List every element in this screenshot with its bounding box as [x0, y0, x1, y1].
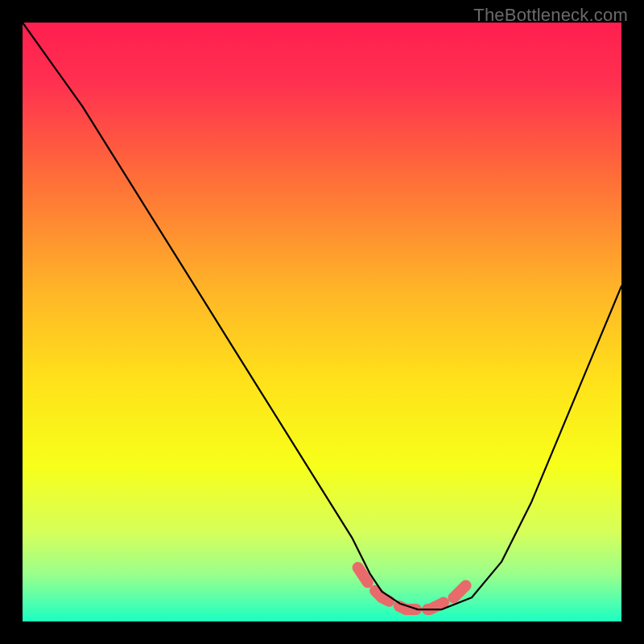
watermark-label: TheBottleneck.com: [473, 5, 628, 26]
chart-curve-layer: [23, 23, 621, 621]
sweet-spot-path: [358, 568, 466, 609]
chart-plot-area: [23, 23, 621, 621]
bottleneck-curve-path: [23, 23, 621, 609]
